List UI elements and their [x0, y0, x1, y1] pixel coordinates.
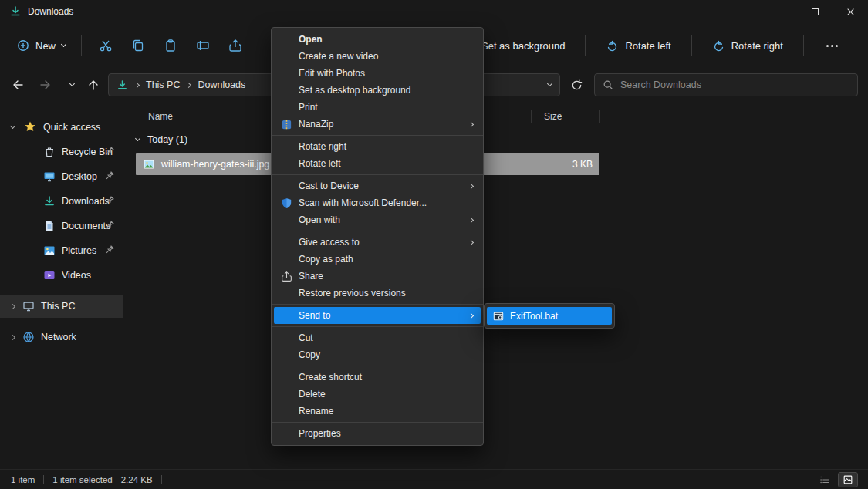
file-explorer-window: Downloads New Set	[0, 0, 868, 489]
submenu-item-exiftool[interactable]: ExifTool.bat	[487, 307, 612, 325]
rotate-right-label: Rotate right	[731, 40, 783, 52]
menu-item-delete[interactable]: Delete	[274, 386, 481, 403]
defender-shield-icon	[280, 197, 292, 209]
back-button[interactable]	[6, 73, 29, 96]
copy-button[interactable]	[122, 31, 154, 60]
details-view-button[interactable]	[816, 473, 834, 487]
column-divider[interactable]	[531, 110, 532, 123]
arrow-up-icon	[87, 79, 100, 91]
maximize-icon	[812, 8, 819, 15]
rotate-left-button[interactable]: Rotate left	[598, 33, 678, 59]
menu-separator	[272, 326, 483, 327]
menu-item-copy-as-path[interactable]: Copy as path	[274, 251, 481, 268]
new-button[interactable]: New	[9, 33, 73, 58]
sidebar-item-pictures[interactable]: Pictures	[0, 239, 123, 262]
menu-item-rename[interactable]: Rename	[274, 403, 481, 420]
breadcrumb-downloads[interactable]: Downloads	[198, 79, 245, 90]
search-input[interactable]	[620, 79, 849, 90]
menu-item-copy[interactable]: Copy	[274, 346, 481, 363]
menu-item-restore-previous-versions[interactable]: Restore previous versions	[274, 285, 481, 302]
menu-item-set-as-desktop-background[interactable]: Set as desktop background	[274, 82, 481, 99]
share-icon	[280, 270, 292, 282]
submenu-arrow-icon	[468, 217, 474, 222]
sidebar-item-downloads[interactable]: Downloads	[0, 190, 123, 213]
minimize-button[interactable]	[762, 0, 797, 23]
sidebar-item-videos[interactable]: Videos	[0, 264, 123, 287]
pin-icon	[105, 146, 115, 158]
breadcrumb-this-pc[interactable]: This PC	[146, 79, 180, 90]
context-menu: Open Create a new video Edit with Photos…	[271, 27, 484, 446]
menu-item-print[interactable]: Print	[274, 99, 481, 116]
rotate-right-button[interactable]: Rotate right	[704, 33, 791, 59]
rotate-left-icon	[606, 39, 619, 52]
search-box[interactable]	[594, 73, 858, 96]
network-icon	[22, 331, 35, 343]
menu-separator	[272, 231, 483, 231]
group-header-today[interactable]: Today (1)	[136, 134, 187, 145]
menu-separator	[272, 174, 483, 175]
file-size: 3 KB	[572, 159, 593, 170]
thumbnail-view-button[interactable]	[839, 473, 857, 487]
column-headers: Name Size	[123, 106, 868, 126]
paste-button[interactable]	[154, 31, 187, 60]
menu-item-share[interactable]: Share	[274, 268, 481, 285]
rename-button[interactable]	[187, 31, 219, 60]
sidebar-item-recycle-bin[interactable]: Recycle Bin	[0, 140, 123, 164]
recycle-bin-icon	[43, 146, 56, 158]
menu-item-nanazip[interactable]: NanaZip	[274, 116, 481, 133]
menu-item-edit-with-photos[interactable]: Edit with Photos	[274, 65, 481, 82]
pin-icon	[105, 195, 115, 207]
menu-item-rotate-right[interactable]: Rotate right	[274, 138, 481, 155]
cut-button[interactable]	[90, 31, 122, 60]
selection-count: 1 item selected	[52, 475, 112, 484]
close-button[interactable]	[833, 0, 868, 23]
column-header-size[interactable]: Size	[544, 111, 562, 122]
refresh-icon	[571, 79, 583, 91]
toolbar-separator	[691, 35, 692, 56]
menu-item-open[interactable]: Open	[274, 31, 481, 48]
sidebar-item-label: Videos	[62, 270, 91, 281]
sidebar-item-quick-access[interactable]: Quick access	[0, 116, 123, 139]
menu-item-properties[interactable]: Properties	[274, 425, 481, 442]
sidebar-item-desktop[interactable]: Desktop	[0, 165, 123, 188]
menu-item-give-access-to[interactable]: Give access to	[274, 234, 481, 251]
copy-icon	[131, 39, 145, 52]
pin-icon	[105, 244, 115, 257]
image-file-icon	[143, 158, 155, 170]
sidebar-item-label: Documents	[62, 221, 110, 231]
menu-item-create-shortcut[interactable]: Create shortcut	[274, 369, 481, 386]
forward-button[interactable]	[34, 73, 57, 96]
status-bar: 1 item 1 item selected 2.24 KB	[0, 469, 868, 489]
column-header-name[interactable]: Name	[148, 111, 173, 122]
view-toggle-buttons	[816, 473, 857, 487]
refresh-button[interactable]	[565, 73, 588, 96]
more-options-button[interactable]	[816, 31, 849, 60]
sidebar-item-this-pc[interactable]: This PC	[0, 295, 123, 318]
recent-locations-button[interactable]	[60, 73, 83, 96]
downloads-folder-icon	[9, 5, 22, 18]
toolbar-separator	[585, 35, 586, 56]
pin-icon	[105, 220, 115, 232]
caption-buttons	[762, 0, 868, 23]
sidebar-item-documents[interactable]: Documents	[0, 214, 123, 238]
share-button[interactable]	[219, 31, 252, 60]
sidebar-item-network[interactable]: Network	[0, 325, 123, 349]
quick-access-label: Quick access	[43, 122, 100, 133]
menu-item-scan-with-defender[interactable]: Scan with Microsoft Defender...	[274, 194, 481, 211]
command-bar-right: Set as background Rotate left Rotate rig…	[474, 23, 849, 68]
up-button[interactable]	[82, 73, 105, 96]
maximize-button[interactable]	[797, 0, 833, 23]
column-divider[interactable]	[599, 110, 600, 123]
window-title: Downloads	[28, 6, 73, 17]
send-to-submenu: ExifTool.bat	[484, 303, 615, 329]
menu-item-cast-to-device[interactable]: Cast to Device	[274, 177, 481, 194]
menu-item-create-new-video[interactable]: Create a new video	[274, 48, 481, 65]
menu-item-rotate-left[interactable]: Rotate left	[274, 155, 481, 172]
documents-icon	[43, 220, 56, 232]
address-dropdown-icon[interactable]	[547, 81, 552, 86]
menu-item-send-to[interactable]: Send to	[274, 307, 481, 324]
set-as-background-button[interactable]: Set as background	[474, 34, 572, 58]
menu-item-open-with[interactable]: Open with	[274, 211, 481, 228]
menu-item-cut[interactable]: Cut	[274, 329, 481, 346]
submenu-arrow-icon	[468, 239, 474, 244]
